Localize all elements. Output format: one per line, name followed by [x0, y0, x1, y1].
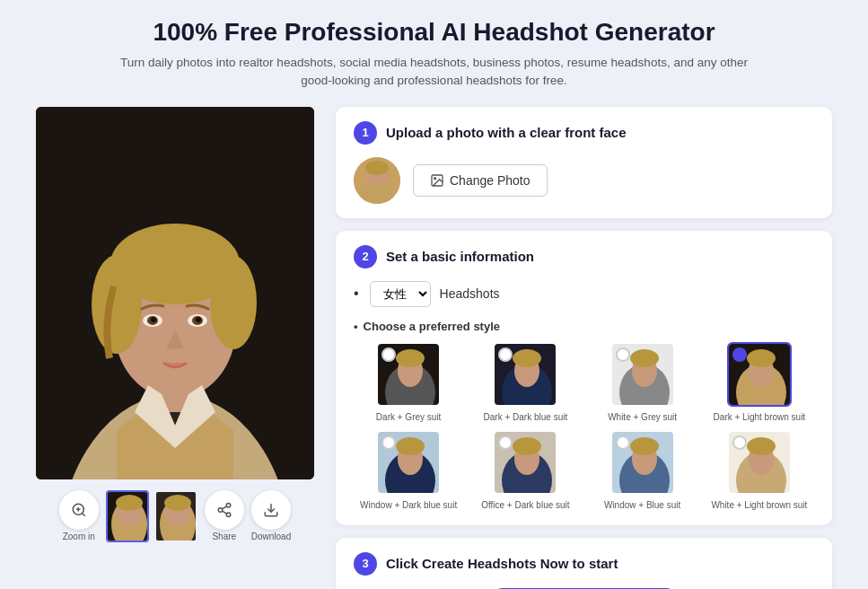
bullet-2: •	[354, 320, 358, 333]
style-item-3[interactable]: Dark + Light brown suit	[705, 342, 814, 423]
thumbnail-1[interactable]	[106, 490, 149, 542]
step-2-header: 2 Set a basic information	[354, 245, 814, 268]
share-button[interactable]	[205, 490, 244, 530]
step-3-card: 3 Click Create Headshots Now to start Cr…	[336, 538, 832, 590]
download-label: Download	[251, 532, 291, 541]
gender-select[interactable]: 女性 男性	[370, 281, 431, 307]
step-3-number: 3	[354, 552, 377, 576]
change-photo-label: Change Photo	[450, 173, 530, 188]
svg-point-47	[630, 349, 659, 367]
svg-point-14	[196, 317, 201, 322]
svg-point-28	[226, 513, 231, 517]
style-label-1: Dark + Dark blue suit	[484, 411, 568, 423]
bullet-1: •	[354, 286, 359, 302]
style-item-5[interactable]: Office + Dark blue suit	[470, 430, 580, 511]
style-radio-2	[616, 347, 630, 362]
style-label-2: White + Grey suit	[608, 411, 677, 423]
style-img-wrap-7	[727, 430, 792, 495]
style-label-6: Window + Blue suit	[604, 499, 680, 511]
style-radio-5	[498, 435, 513, 450]
style-label-5: Office + Dark blue suit	[481, 499, 569, 511]
svg-point-27	[218, 508, 223, 513]
style-img-wrap-6	[610, 430, 675, 495]
svg-point-32	[365, 161, 389, 175]
svg-point-59	[513, 437, 541, 455]
step-2-number: 2	[354, 245, 377, 268]
style-img-wrap-2	[610, 342, 675, 407]
style-radio-1	[498, 347, 513, 362]
svg-point-21	[116, 495, 143, 511]
steps-section: 1 Upload a photo with a clear front face	[336, 107, 832, 590]
svg-point-8	[210, 256, 257, 349]
style-item-0[interactable]: Dark + Grey suit	[354, 342, 463, 423]
svg-point-63	[630, 437, 659, 455]
image-icon	[430, 173, 444, 188]
gender-row: • 女性 男性 Headshots	[354, 281, 814, 307]
style-radio-0	[381, 347, 396, 362]
svg-point-39	[396, 349, 425, 367]
svg-point-51	[747, 349, 776, 367]
thumbnail-2[interactable]	[154, 490, 197, 542]
style-item-1[interactable]: Dark + Dark blue suit	[470, 342, 580, 423]
style-radio-3	[732, 347, 747, 362]
style-radio-7	[732, 435, 747, 450]
svg-point-55	[396, 437, 425, 455]
photo-controls: Zoom in	[36, 490, 314, 542]
style-img-wrap-0	[376, 342, 441, 407]
svg-point-13	[151, 317, 156, 322]
svg-point-26	[226, 504, 231, 508]
download-button[interactable]	[251, 490, 291, 530]
style-radio-6	[616, 435, 630, 450]
thumbnail-strip	[106, 490, 197, 542]
step-1-title: Upload a photo with a clear front face	[386, 125, 627, 140]
style-img-wrap-4	[376, 430, 441, 495]
style-label-3: Dark + Light brown suit	[714, 411, 806, 423]
style-section-label: • Choose a preferred style	[354, 320, 814, 333]
page-header: 100% Free Professional AI Headshot Gener…	[36, 18, 832, 91]
step-1-header: 1 Upload a photo with a clear front face	[354, 121, 814, 145]
zoom-in-button[interactable]	[59, 490, 99, 530]
step-3-instruction: Click Create Headshots Now to start	[386, 556, 618, 571]
style-item-2[interactable]: White + Grey suit	[588, 342, 697, 423]
step-1-card: 1 Upload a photo with a clear front face	[336, 107, 832, 218]
page-title: 100% Free Professional AI Headshot Gener…	[36, 18, 832, 47]
style-img-wrap-5	[493, 430, 557, 495]
svg-point-67	[747, 437, 776, 455]
style-label-4: Window + Dark blue suit	[360, 499, 457, 511]
style-grid: Dark + Grey suit	[354, 342, 814, 511]
zoom-in-label: Zoom in	[63, 532, 95, 541]
svg-point-35	[434, 177, 436, 179]
step-1-number: 1	[354, 121, 377, 145]
style-section-text: Choose a preferred style	[364, 320, 500, 333]
style-radio-4	[381, 435, 396, 450]
step-3-header: 3 Click Create Headshots Now to start	[354, 552, 814, 576]
style-item-6[interactable]: Window + Blue suit	[588, 430, 697, 511]
style-label-0: Dark + Grey suit	[376, 411, 442, 423]
style-img-wrap-3	[727, 342, 792, 407]
svg-point-43	[513, 349, 541, 367]
style-label-7: White + Light brown suit	[711, 499, 807, 511]
step-2-card: 2 Set a basic information • 女性 男性 Headsh…	[336, 231, 832, 525]
type-label: Headshots	[440, 286, 500, 301]
step-2-content: • 女性 男性 Headshots • Choose a preferred s…	[354, 281, 814, 511]
style-item-4[interactable]: Window + Dark blue suit	[354, 430, 463, 511]
svg-point-25	[164, 495, 191, 511]
share-label: Share	[212, 532, 236, 541]
photo-section: Zoom in	[36, 107, 314, 542]
change-photo-button[interactable]: Change Photo	[413, 164, 548, 197]
style-item-7[interactable]: White + Light brown suit	[705, 430, 814, 511]
style-img-wrap-1	[493, 342, 557, 407]
main-photo-frame	[36, 107, 314, 479]
step-1-content: Change Photo	[354, 157, 814, 204]
step-2-title: Set a basic information	[386, 249, 534, 264]
page-subtitle: Turn daily photos into realtor headshots…	[120, 54, 749, 91]
avatar-preview	[354, 157, 400, 204]
